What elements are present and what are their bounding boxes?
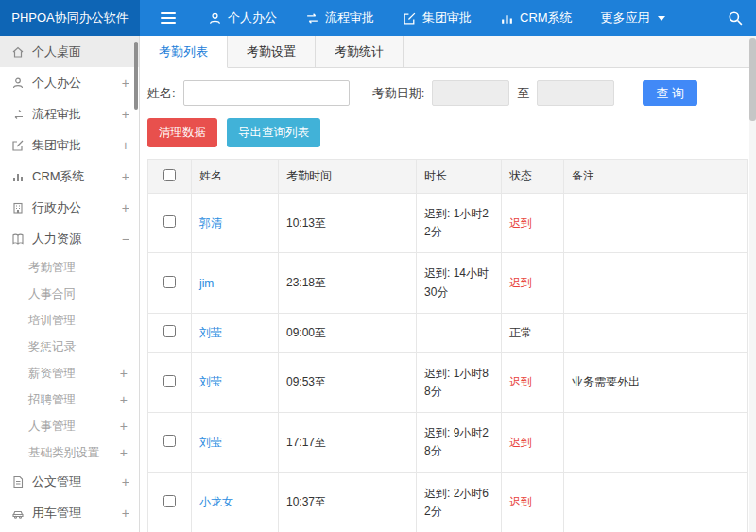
sidebar-subitem-salary-mgmt[interactable]: 薪资管理 +	[0, 360, 139, 386]
action-bar: 清理数据 导出查询列表	[140, 116, 756, 159]
expand-toggle[interactable]: +	[122, 169, 129, 184]
main-scrollbar-track[interactable]	[749, 36, 756, 532]
menu-toggle-icon[interactable]	[161, 12, 176, 24]
sidebar-item-workflow-approval[interactable]: 流程审批 +	[0, 98, 139, 129]
row-checkbox[interactable]	[163, 435, 176, 447]
search-icon[interactable]	[728, 10, 743, 26]
employee-name-link[interactable]: 刘莹	[199, 436, 222, 449]
expand-toggle[interactable]: +	[122, 138, 129, 153]
name-input[interactable]	[183, 80, 350, 106]
sidebar-subitem-recruitment-mgmt[interactable]: 招聘管理 +	[0, 386, 139, 413]
sidebar-item-label: 流程审批	[32, 106, 81, 123]
status-text: 迟到	[509, 216, 532, 230]
collapse-toggle[interactable]: −	[122, 232, 129, 247]
nav-label: 集团审批	[422, 9, 472, 26]
expand-toggle[interactable]: +	[120, 419, 128, 434]
status-text: 迟到	[509, 495, 532, 508]
duration-line1: 迟到: 2小时62分	[424, 485, 493, 521]
clear-data-button[interactable]: 清理数据	[147, 118, 217, 147]
date-label: 考勤日期:	[372, 85, 425, 102]
expand-toggle[interactable]: +	[122, 76, 129, 91]
doc-icon	[11, 475, 25, 489]
to-label: 至	[517, 85, 529, 102]
attendance-time: 09:00至	[279, 313, 417, 352]
query-button[interactable]: 查 询	[643, 80, 697, 106]
sidebar-subitem-label: 考勤管理	[28, 260, 76, 276]
sidebar-subitem-attendance-mgmt[interactable]: 考勤管理	[0, 254, 139, 281]
expand-toggle[interactable]: +	[122, 474, 129, 489]
duration-line1: 迟到: 1小时88分	[424, 365, 493, 401]
expand-toggle[interactable]: +	[120, 445, 128, 460]
sidebar-item-label: 公文管理	[32, 473, 81, 490]
export-list-button[interactable]: 导出查询列表	[227, 118, 320, 147]
tab-attendance-settings[interactable]: 考勤设置	[228, 36, 316, 67]
app-title: PHPOA协同办公软件	[0, 0, 140, 36]
sidebar-subitem-personnel-mgmt[interactable]: 人事管理 +	[0, 413, 139, 439]
employee-name-link[interactable]: 郭清	[199, 216, 222, 230]
nav-group-approval[interactable]: 集团审批	[403, 9, 472, 26]
main-content: 考勤列表 考勤设置 考勤统计 姓名: 考勤日期: 至 查 询 清理数据 导出查询…	[140, 36, 756, 532]
sidebar-item-human-resources[interactable]: 人力资源 −	[0, 223, 139, 254]
row-checkbox[interactable]	[163, 325, 176, 337]
duration-line1: 迟到: 9小时28分	[424, 424, 493, 460]
expand-toggle[interactable]: +	[122, 107, 129, 122]
nav-crm-system[interactable]: CRM系统	[500, 9, 573, 26]
book-icon	[11, 232, 25, 246]
nav-label: 更多应用	[601, 9, 650, 26]
edit-icon	[11, 139, 25, 152]
sidebar-subitem-label: 人事管理	[28, 419, 76, 435]
sidebar-item-personal-desktop[interactable]: 个人桌面	[0, 36, 139, 67]
employee-name-link[interactable]: jim	[199, 277, 214, 290]
sidebar-item-document-mgmt[interactable]: 公文管理 +	[0, 466, 139, 497]
duration-cell	[417, 313, 502, 352]
date-from-input[interactable]	[432, 80, 509, 106]
nav-personal-office[interactable]: 个人办公	[208, 9, 277, 26]
note-cell	[564, 313, 748, 352]
nav-workflow-approval[interactable]: 流程审批	[305, 9, 374, 26]
employee-name-link[interactable]: 刘莹	[199, 375, 222, 388]
sidebar-item-label: 个人桌面	[32, 43, 81, 60]
sidebar-item-group-approval[interactable]: 集团审批 +	[0, 129, 139, 161]
sidebar-subitem-label: 基础类别设置	[28, 445, 99, 461]
sidebar-item-label: CRM系统	[32, 168, 85, 185]
duration-cell: 迟到: 1小时88分	[417, 352, 502, 412]
expand-toggle[interactable]: +	[122, 506, 129, 521]
tab-attendance-list[interactable]: 考勤列表	[140, 36, 228, 68]
topbar: PHPOA协同办公软件 个人办公 流程审批 集团审批 CRM系统 更多应用	[0, 0, 756, 36]
row-checkbox[interactable]	[163, 495, 176, 507]
tab-attendance-stats[interactable]: 考勤统计	[316, 36, 404, 67]
employee-name-link[interactable]: 刘莹	[199, 326, 222, 339]
table-row: 刘莹 17:17至 迟到: 9小时28分 迟到	[148, 413, 748, 472]
chart-icon	[11, 170, 25, 183]
employee-name-link[interactable]: 小龙女	[199, 495, 233, 508]
select-all-checkbox[interactable]	[163, 169, 176, 181]
filter-bar: 姓名: 考勤日期: 至 查 询	[140, 68, 756, 116]
main-scrollbar-thumb[interactable]	[749, 38, 756, 121]
sidebar-item-personal-office[interactable]: 个人办公 +	[0, 67, 139, 98]
expand-toggle[interactable]: +	[120, 366, 128, 381]
sidebar-item-crm-system[interactable]: CRM系统 +	[0, 161, 139, 192]
sidebar-item-label: 人力资源	[32, 231, 81, 248]
sidebar-item-vehicle-mgmt[interactable]: 用车管理 +	[0, 497, 139, 528]
sidebar-subitem-training-mgmt[interactable]: 培训管理	[0, 307, 139, 334]
row-checkbox[interactable]	[163, 276, 176, 288]
sidebar-subitem-reward-punishment[interactable]: 奖惩记录	[0, 334, 139, 360]
sidebar-subitem-hr-contract[interactable]: 人事合同	[0, 281, 139, 307]
attendance-table: 姓名 考勤时间 时长 状态 备注 郭清 10:13至 迟到: 1小时22分 迟到	[147, 159, 748, 532]
table-row: 小龙女 10:37至 迟到: 2小时62分 迟到	[148, 472, 748, 532]
expand-toggle[interactable]: +	[122, 200, 129, 215]
expand-toggle[interactable]: +	[120, 392, 128, 407]
flow-icon	[305, 11, 319, 26]
sidebar-scrollbar[interactable]	[134, 42, 138, 110]
sidebar-subitem-label: 培训管理	[28, 313, 76, 329]
nav-more-apps[interactable]: 更多应用	[601, 9, 665, 26]
duration-cell: 迟到: 2小时62分	[417, 472, 502, 532]
date-to-input[interactable]	[537, 80, 614, 106]
sidebar-subitem-label: 人事合同	[28, 286, 76, 302]
sidebar-subitem-base-category-settings[interactable]: 基础类别设置 +	[0, 439, 139, 466]
row-checkbox[interactable]	[163, 375, 176, 387]
col-header-status: 状态	[502, 160, 564, 194]
sidebar-item-admin-office[interactable]: 行政办公 +	[0, 192, 139, 223]
note-cell: 业务需要外出	[564, 352, 748, 412]
row-checkbox[interactable]	[163, 215, 176, 228]
